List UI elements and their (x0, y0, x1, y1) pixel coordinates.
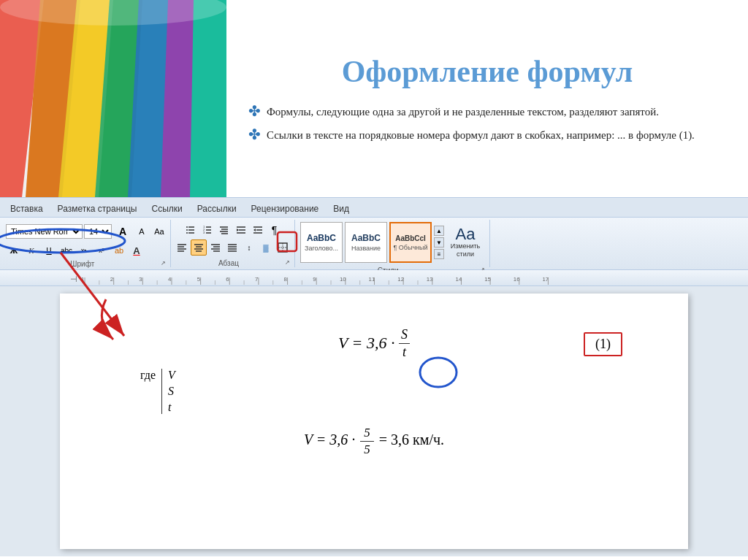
document-area: V = 3,6 · S t (1) где V (0, 286, 748, 556)
svg-text:6: 6 (226, 275, 229, 282)
style-heading[interactable]: AaBbC Заголово... (300, 222, 343, 263)
styles-group: AaBbC Заголово... AaBbC Название AaBbCcI… (295, 220, 490, 267)
var-v: V (168, 369, 177, 382)
scroll-more-button[interactable]: ≡ (434, 249, 444, 259)
formula-number-box: (1) (584, 332, 622, 356)
style-normal-label: ¶ Обычный (393, 244, 427, 251)
bullet-cross-icon: ✤ (248, 102, 261, 120)
styles-scroll: ▲ ▼ ≡ (434, 222, 444, 263)
para-row1: 123 ¶ (183, 222, 283, 238)
formula-1: V = 3,6 · S t (338, 326, 410, 363)
style-heading-label: Заголово... (305, 245, 338, 252)
font-row2: Ж К Ч abc x₂ x² ab A (6, 242, 145, 258)
subscript-button[interactable]: x₂ (76, 242, 92, 258)
align-left-button[interactable] (174, 239, 190, 256)
font-family-select[interactable]: Times New Roman (6, 224, 83, 239)
formula-fraction: S t (399, 326, 410, 361)
ruler-content: 1 2 3 4 5 6 7 8 9 10 11 12 13 14 15 16 1 (1, 272, 747, 285)
justify-button[interactable] (224, 239, 240, 256)
align-center-button[interactable] (191, 239, 207, 256)
style-title-label: Название (351, 245, 381, 252)
underline-button[interactable]: Ч (41, 242, 57, 258)
formula-2-fraction: 5 5 (360, 425, 374, 458)
style-normal[interactable]: AaBbCcI ¶ Обычный (389, 222, 432, 263)
svg-point-16 (186, 226, 188, 228)
where-label: где (140, 369, 156, 382)
style-normal-preview: AaBbCcI (395, 234, 426, 242)
font-group: Times New Roman 14 A A Aa Ж К Ч abc (3, 220, 171, 267)
decorative-image (0, 0, 226, 197)
ribbon-tab-bar: Вставка Разметка страницы Ссылки Рассылк… (0, 198, 748, 217)
var-t: t (168, 401, 177, 414)
ribbon: Вставка Разметка страницы Ссылки Рассылк… (0, 197, 748, 270)
tab-review[interactable]: Рецензирование (244, 201, 327, 217)
para-expand-button[interactable]: ↗ (283, 258, 291, 267)
bullet-item-1: ✤ Формулы, следующие одна за другой и не… (248, 104, 726, 120)
bold-button[interactable]: Ж (6, 242, 22, 258)
svg-marker-32 (237, 229, 239, 231)
tab-references[interactable]: Ссылки (144, 201, 189, 217)
svg-text:7: 7 (255, 275, 259, 282)
svg-marker-7 (190, 0, 226, 197)
ruler: 1 2 3 4 5 6 7 8 9 10 11 12 13 14 15 16 1 (0, 270, 748, 286)
change-styles-label: Изменить стили (446, 242, 484, 258)
styles-content: AaBbC Заголово... AaBbC Название AaBbCcI… (298, 220, 486, 265)
font-group-content: Times New Roman 14 A A Aa Ж К Ч abc (6, 220, 167, 258)
para-group-label-row: Абзац ↗ (174, 258, 291, 267)
tab-mailings[interactable]: Рассылки (190, 201, 244, 217)
shrink-font-button[interactable]: A (134, 223, 150, 239)
line-spacing-button[interactable]: ↕ (241, 239, 257, 256)
bullet-text-1: Формулы, следующие одна за другой и не р… (267, 104, 659, 120)
align-right-button[interactable] (207, 239, 224, 256)
formula-2-container: V = 3,6 · 5 5 = 3,6 км/ч. (96, 425, 652, 458)
font-size-select[interactable]: 14 (84, 224, 112, 239)
decrease-indent-button[interactable] (233, 222, 249, 238)
formula-1-container: V = 3,6 · S t (1) (96, 326, 652, 363)
numbered-list-button[interactable]: 123 (199, 222, 215, 238)
bullet-cross-icon-2: ✤ (248, 126, 261, 143)
bullets-button[interactable] (183, 222, 199, 238)
multilevel-list-button[interactable] (216, 222, 232, 238)
svg-text:4: 4 (168, 275, 172, 282)
svg-text:⊣: ⊣ (70, 274, 77, 283)
paragraph-group: 123 ¶ (171, 220, 295, 267)
show-formatting-button[interactable]: ¶ (267, 222, 283, 238)
superscript-button[interactable]: x² (94, 242, 110, 258)
formula-number-text: (1) (595, 337, 611, 351)
increase-indent-button[interactable] (250, 222, 266, 238)
change-styles-icon: Aa (456, 226, 476, 242)
style-title[interactable]: AaBbC Название (345, 222, 387, 263)
font-row1: Times New Roman 14 A A Aa (6, 222, 167, 241)
scroll-up-button[interactable]: ▲ (434, 226, 444, 236)
formula-2-result: = 3,6 км/ч. (379, 431, 444, 448)
font-expand-button[interactable]: ↗ (159, 259, 167, 268)
tab-page-layout[interactable]: Разметка страницы (50, 201, 145, 217)
frac2-num: 5 (360, 425, 374, 442)
text-effects-button[interactable]: ab (111, 242, 127, 258)
change-case-button[interactable]: Aa (151, 223, 167, 239)
scroll-down-button[interactable]: ▼ (434, 237, 444, 248)
borders-button[interactable] (275, 239, 291, 256)
change-styles-button[interactable]: Aa Изменить стили (446, 222, 484, 263)
font-color-button[interactable]: A (129, 242, 145, 258)
tab-insert[interactable]: Вставка (3, 201, 50, 217)
para-row2: ↕ ▓ (174, 239, 291, 256)
frac-numerator: S (399, 326, 410, 344)
bullet-text-2: Ссылки в тексте на порядковые номера фор… (267, 127, 695, 144)
italic-button[interactable]: К (23, 242, 39, 258)
svg-text:2: 2 (110, 275, 114, 282)
style-heading-preview: AaBbC (307, 233, 336, 243)
shading-button[interactable]: ▓ (258, 239, 274, 256)
document-page: V = 3,6 · S t (1) где V (60, 294, 688, 549)
grow-font-button[interactable]: A (113, 222, 132, 241)
svg-text:8: 8 (284, 275, 288, 282)
formula-v-var: V (338, 334, 348, 352)
title-area: Оформление формул ✤ Формулы, следующие о… (226, 0, 748, 197)
svg-marker-36 (253, 229, 256, 231)
frac2-den: 5 (360, 442, 374, 458)
page-title: Оформление формул (248, 54, 726, 89)
strikethrough-button[interactable]: abc (58, 242, 75, 258)
style-title-preview: AaBbC (351, 233, 381, 243)
tab-view[interactable]: Вид (326, 201, 356, 217)
svg-text:1: 1 (81, 275, 85, 282)
